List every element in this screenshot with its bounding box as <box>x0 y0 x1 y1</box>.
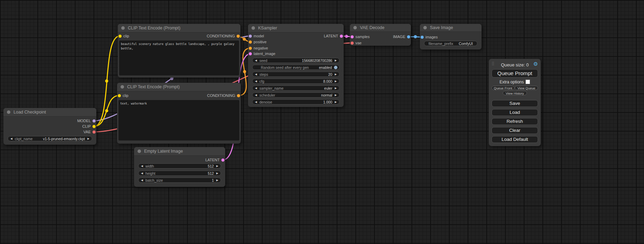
width-widget[interactable]: ◀ width 512 ▶ <box>138 163 221 169</box>
node-save-image[interactable]: Save Image images filename_prefix ComfyU… <box>420 24 482 49</box>
increment-icon[interactable]: ▶ <box>214 179 221 182</box>
model-input-port[interactable] <box>249 35 252 38</box>
image-output-port[interactable] <box>407 35 410 38</box>
widget-label: sampler_name <box>259 86 283 90</box>
collapse-dot-icon[interactable] <box>121 26 125 30</box>
view-queue-button[interactable]: View Queue <box>515 86 538 90</box>
output-row-latent: LATENT <box>134 157 225 163</box>
node-title: Empty Latent Image <box>144 147 183 155</box>
node-ksampler[interactable]: KSampler model LATENT positive negative … <box>248 24 344 107</box>
increment-icon[interactable]: ▶ <box>332 73 339 76</box>
widget-value: 512 <box>208 171 214 175</box>
collapse-dot-icon[interactable] <box>7 110 10 114</box>
prompt-textarea[interactable]: beautiful scenery nature glass bottle la… <box>119 40 239 75</box>
queue-panel[interactable]: ⣿ Queue size: 0 ⚙ Queue Prompt Extra opt… <box>489 59 541 146</box>
node-graph-canvas[interactable]: Load Checkpoint MODEL CLIP VAE ◀ ckpt_na… <box>0 0 644 244</box>
save-button[interactable]: Save <box>492 100 538 107</box>
scheduler-widget[interactable]: ◀ scheduler normal ▶ <box>252 92 339 98</box>
view-history-button[interactable]: View History <box>503 91 527 95</box>
increment-icon[interactable]: ▶ <box>332 93 339 97</box>
seed-widget[interactable]: ◀ seed 156680208700286 ▶ <box>252 58 339 63</box>
increment-icon[interactable]: ▶ <box>332 100 339 103</box>
node-titlebar[interactable]: Load Checkpoint <box>3 108 96 117</box>
widget-value: enabled <box>319 65 332 70</box>
samples-input-port[interactable] <box>351 35 354 38</box>
node-vae-decode[interactable]: VAE Decode samples IMAGE vae <box>350 24 411 46</box>
height-widget[interactable]: ◀ height 512 ▶ <box>138 171 221 176</box>
clip-input-port[interactable] <box>118 35 122 38</box>
collapse-dot-icon[interactable] <box>353 26 357 29</box>
collapse-dot-icon[interactable] <box>252 26 255 30</box>
node-clip-text-encode-negative[interactable]: CLIP Text Encode (Prompt) clip CONDITION… <box>117 83 241 144</box>
decrement-icon[interactable]: ◀ <box>253 80 259 83</box>
latent-output-port[interactable] <box>340 35 343 38</box>
input-row-positive: positive <box>248 39 344 45</box>
clear-button[interactable]: Clear <box>492 127 538 134</box>
refresh-button[interactable]: Refresh <box>492 118 538 125</box>
decrement-icon[interactable]: ◀ <box>253 100 259 103</box>
increment-icon[interactable]: ▶ <box>85 137 92 140</box>
increment-icon[interactable]: ▶ <box>332 80 339 83</box>
node-load-checkpoint[interactable]: Load Checkpoint MODEL CLIP VAE ◀ ckpt_na… <box>3 108 96 145</box>
decrement-icon[interactable]: ◀ <box>139 179 145 182</box>
node-titlebar[interactable]: KSampler <box>248 24 344 33</box>
increment-icon[interactable]: ▶ <box>332 87 339 90</box>
model-output-port[interactable] <box>92 119 96 123</box>
decrement-icon[interactable]: ◀ <box>8 137 15 140</box>
node-titlebar[interactable]: CLIP Text Encode (Prompt) <box>118 24 240 33</box>
prompt-textarea[interactable]: text, watermark <box>118 100 239 141</box>
collapse-dot-icon[interactable] <box>121 85 124 89</box>
widget-value: euler <box>324 86 332 90</box>
queue-front-button[interactable]: Queue Front <box>492 86 514 90</box>
clip-input-port[interactable] <box>118 94 121 97</box>
decrement-icon[interactable]: ◀ <box>253 87 259 90</box>
vae-output-port[interactable] <box>92 130 96 134</box>
denoise-widget[interactable]: ◀ denoise 1.000 ▶ <box>252 99 339 105</box>
input-row-images: images <box>420 34 482 40</box>
decrement-icon[interactable]: ◀ <box>253 93 259 97</box>
decrement-icon[interactable]: ◀ <box>253 59 259 62</box>
node-titlebar[interactable]: Save Image <box>420 24 482 32</box>
increment-icon[interactable]: ▶ <box>214 164 221 168</box>
node-clip-text-encode-positive[interactable]: CLIP Text Encode (Prompt) clip CONDITION… <box>118 24 240 78</box>
collapse-dot-icon[interactable] <box>138 150 141 153</box>
positive-input-port[interactable] <box>249 40 252 44</box>
random-seed-toggle-widget[interactable]: Random seed after every gen enabled <box>252 65 339 70</box>
latent-image-input-port[interactable] <box>249 52 252 55</box>
port-label: LATENT <box>324 33 338 39</box>
negative-input-port[interactable] <box>249 47 252 50</box>
port-label: MODEL <box>77 118 91 124</box>
latent-output-port[interactable] <box>221 159 224 162</box>
decrement-icon[interactable]: ◀ <box>139 172 145 175</box>
sampler-name-widget[interactable]: ◀ sampler_name euler ▶ <box>252 85 339 91</box>
port-label: IMAGE <box>393 34 405 39</box>
batch-size-widget[interactable]: ◀ batch_size 1 ▶ <box>138 178 221 183</box>
toggle-knob-icon[interactable] <box>334 66 337 69</box>
node-empty-latent-image[interactable]: Empty Latent Image LATENT ◀ width 512 ▶ … <box>134 147 225 187</box>
clip-output-port[interactable] <box>92 125 96 128</box>
load-default-button[interactable]: Load Default <box>492 136 538 143</box>
steps-widget[interactable]: ◀ steps 20 ▶ <box>252 72 339 77</box>
widget-value: 512 <box>208 164 214 168</box>
port-label: samples <box>355 34 370 39</box>
queue-prompt-button[interactable]: Queue Prompt <box>492 69 538 78</box>
decrement-icon[interactable]: ◀ <box>139 164 145 168</box>
conditioning-output-port[interactable] <box>237 35 240 38</box>
increment-icon[interactable]: ▶ <box>332 59 339 62</box>
cfg-widget[interactable]: ◀ cfg 8.000 ▶ <box>252 79 339 84</box>
ckpt-name-widget[interactable]: ◀ ckpt_name v1-5-pruned-emaonly.ckpt ▶ <box>8 136 92 141</box>
gear-icon[interactable]: ⚙ <box>533 61 538 66</box>
images-input-port[interactable] <box>421 36 424 39</box>
vae-input-port[interactable] <box>351 42 354 45</box>
load-button[interactable]: Load <box>492 109 538 116</box>
extra-options-checkbox[interactable] <box>526 80 530 84</box>
node-titlebar[interactable]: CLIP Text Encode (Prompt) <box>117 83 241 91</box>
increment-icon[interactable]: ▶ <box>214 172 221 175</box>
input-row-negative: negative <box>248 45 344 51</box>
filename-prefix-widget[interactable]: filename_prefix ComfyUI <box>424 41 477 46</box>
node-titlebar[interactable]: Empty Latent Image <box>134 147 225 156</box>
node-titlebar[interactable]: VAE Decode <box>350 24 411 32</box>
conditioning-output-port[interactable] <box>237 94 240 97</box>
decrement-icon[interactable]: ◀ <box>253 73 259 76</box>
collapse-dot-icon[interactable] <box>423 26 427 29</box>
